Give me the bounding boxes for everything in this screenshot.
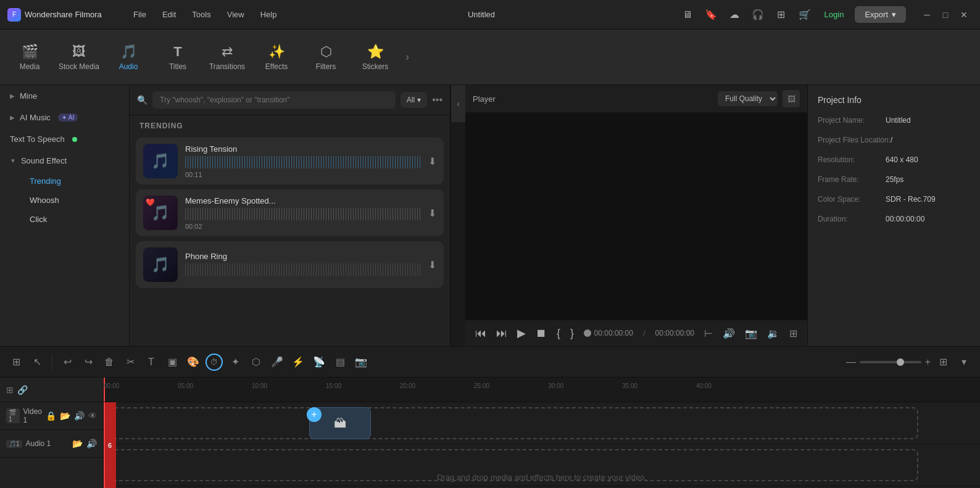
- upload-icon[interactable]: ☁: [726, 6, 743, 23]
- audio-track-label: Audio 1: [26, 439, 69, 448]
- motion-button[interactable]: ✦: [226, 354, 244, 371]
- download-memes-enemy-icon[interactable]: ⬇: [428, 207, 436, 219]
- sidebar-item-click[interactable]: Click: [20, 210, 129, 229]
- mask-button[interactable]: ⬡: [247, 354, 265, 371]
- preview-image-button[interactable]: 🖼: [783, 90, 800, 107]
- audio-button[interactable]: 🎤: [268, 354, 286, 371]
- app-logo: F Wondershare Filmora: [7, 8, 118, 22]
- project-duration-row: Duration: 00:00:00:00: [818, 213, 970, 225]
- toolbar-audio[interactable]: 🎵 Audio: [104, 33, 153, 82]
- grid-layout-button[interactable]: ⊞: [7, 354, 25, 371]
- timeline-more-button[interactable]: ▾: [955, 354, 973, 371]
- skip-back-button[interactable]: ⏮: [475, 327, 486, 340]
- playhead-line: [104, 402, 105, 488]
- pip-icon[interactable]: ⊞: [789, 328, 797, 339]
- sound-card-rising-tension[interactable]: 🎵 Rising Tension 00:11 ⬇: [136, 138, 444, 184]
- mark-in-button[interactable]: {: [557, 327, 560, 340]
- menu-view[interactable]: View: [220, 7, 252, 22]
- timeline-settings-button[interactable]: ⊞: [934, 354, 952, 371]
- filter-dropdown[interactable]: All ▾: [401, 92, 427, 108]
- step-back-button[interactable]: ⏭: [496, 327, 507, 340]
- menu-tools[interactable]: Tools: [185, 7, 218, 22]
- sidebar-item-text-to-speech[interactable]: Text To Speech: [0, 128, 129, 150]
- undo-button[interactable]: ↩: [59, 354, 76, 371]
- monitor-icon[interactable]: 🖥: [679, 6, 696, 23]
- crop-button[interactable]: ▣: [164, 354, 181, 371]
- clip-start-icon[interactable]: ⊢: [704, 328, 713, 339]
- stop-button[interactable]: ⏹: [536, 327, 547, 340]
- menu-file[interactable]: File: [126, 7, 154, 22]
- add-track-icon[interactable]: ⊞: [6, 385, 14, 395]
- snapshot-icon[interactable]: 📷: [745, 328, 757, 339]
- maximize-button[interactable]: □: [937, 6, 954, 23]
- more-options-button[interactable]: •••: [432, 94, 442, 105]
- search-input[interactable]: [152, 91, 396, 109]
- sidebar-item-ai-music[interactable]: ▶ AI Music ✦ AI: [0, 107, 129, 128]
- zoom-out-icon[interactable]: —: [846, 357, 856, 368]
- ai-video-button[interactable]: 📡: [310, 354, 328, 371]
- time-slider[interactable]: [584, 332, 584, 334]
- cut-button[interactable]: ✂: [122, 354, 139, 371]
- ai-tools-button[interactable]: ⚡: [289, 354, 307, 371]
- smart-select-button[interactable]: ↖: [28, 354, 46, 371]
- timeline-toolbar: ⊞ ↖ ↩ ↪ 🗑 ✂ T ▣ 🎨 ⏱ ✦ ⬡ 🎤 ⚡ 📡 ▤ 📷 — + ⊞ …: [0, 347, 980, 378]
- video-track-open-icon[interactable]: 📂: [60, 411, 70, 421]
- sidebar-item-sound-effect[interactable]: ▼ Sound Effect: [0, 150, 129, 172]
- toolbar-effects[interactable]: ✨ Effects: [252, 33, 301, 82]
- sound-card-phone-ring[interactable]: 🎵 Phone Ring ⬇: [136, 241, 444, 288]
- left-panel: ▶ Mine ▶ AI Music ✦ AI Text To Speech ▼ …: [0, 85, 130, 346]
- mark-out-button[interactable]: }: [570, 327, 574, 340]
- sidebar-item-trending[interactable]: Trending: [20, 172, 129, 191]
- text-button[interactable]: T: [143, 354, 160, 371]
- menu-help[interactable]: Help: [253, 7, 284, 22]
- audio-track-open-icon[interactable]: 📂: [72, 439, 83, 449]
- color-button[interactable]: 🎨: [185, 354, 202, 371]
- toolbar-stickers[interactable]: ⭐ Stickers: [351, 33, 400, 82]
- drag-drop-hint: Drag and drop media and effects here to …: [437, 473, 647, 482]
- speed-button[interactable]: ⏱: [206, 354, 223, 371]
- menu-edit[interactable]: Edit: [155, 7, 183, 22]
- preview-area: [465, 113, 807, 320]
- zoom-track[interactable]: [860, 361, 921, 363]
- close-button[interactable]: ✕: [955, 6, 973, 23]
- volume-icon[interactable]: 🔉: [767, 328, 779, 339]
- audio-track-volume-icon[interactable]: 🔊: [86, 439, 97, 449]
- toolbar-transitions[interactable]: ⇄ Transitions: [202, 33, 252, 82]
- add-clip-button[interactable]: +: [307, 407, 322, 422]
- zoom-in-icon[interactable]: +: [925, 357, 931, 368]
- play-button[interactable]: ▶: [517, 326, 526, 340]
- minimize-button[interactable]: ─: [918, 6, 936, 23]
- camera-button[interactable]: 📷: [352, 354, 370, 371]
- sidebar-item-whoosh[interactable]: Whoosh: [20, 191, 129, 210]
- video-track-volume-icon[interactable]: 🔊: [74, 411, 85, 421]
- login-button[interactable]: Login: [820, 9, 849, 20]
- export-button[interactable]: Export ▾: [855, 6, 906, 23]
- project-files-row: Project Files Location: /: [818, 134, 970, 146]
- cart-icon[interactable]: 🛒: [796, 6, 813, 23]
- toolbar-media[interactable]: 🎬 Media: [5, 33, 54, 82]
- download-phone-ring-icon[interactable]: ⬇: [428, 259, 436, 271]
- redo-button[interactable]: ↪: [80, 354, 97, 371]
- delete-button[interactable]: 🗑: [101, 354, 118, 371]
- toolbar-titles[interactable]: T Titles: [153, 33, 202, 82]
- sidebar-item-mine[interactable]: ▶ Mine: [0, 85, 129, 107]
- voiceover-icon[interactable]: 🔊: [723, 328, 735, 339]
- video-track-lock-icon[interactable]: 🔒: [46, 411, 56, 421]
- pip-tl-button[interactable]: ▤: [331, 354, 349, 371]
- player-controls: ⏮ ⏭ ▶ ⏹ { } 00:00:00:00 / 00:00:00:00 ⊢ …: [465, 320, 807, 346]
- search-bar: 🔍 All ▾ •••: [130, 85, 450, 115]
- panel-collapse-button[interactable]: ‹: [451, 85, 465, 122]
- sound-duration-rising-tension: 00:11: [185, 171, 421, 178]
- headphone-icon[interactable]: 🎧: [749, 6, 766, 23]
- link-tracks-icon[interactable]: 🔗: [17, 385, 28, 395]
- grid-icon[interactable]: ⊞: [773, 6, 790, 23]
- toolbar-filters[interactable]: ⬡ Filters: [301, 33, 351, 82]
- toolbar-more-chevron[interactable]: ›: [400, 33, 415, 82]
- sound-card-memes-enemy[interactable]: ❤️ 🎵 Memes-Enemy Spotted... 00:02 ⬇: [136, 189, 444, 236]
- title-right-controls: 🖥 🔖 ☁ 🎧 ⊞ 🛒 Login Export ▾ ─ □ ✕: [679, 6, 973, 23]
- video-track-eye-icon[interactable]: 👁: [88, 411, 97, 421]
- bookmark-icon[interactable]: 🔖: [702, 6, 720, 23]
- download-rising-tension-icon[interactable]: ⬇: [428, 155, 436, 167]
- quality-select[interactable]: Full Quality: [718, 91, 778, 106]
- toolbar-stock-media[interactable]: 🖼 Stock Media: [54, 33, 104, 82]
